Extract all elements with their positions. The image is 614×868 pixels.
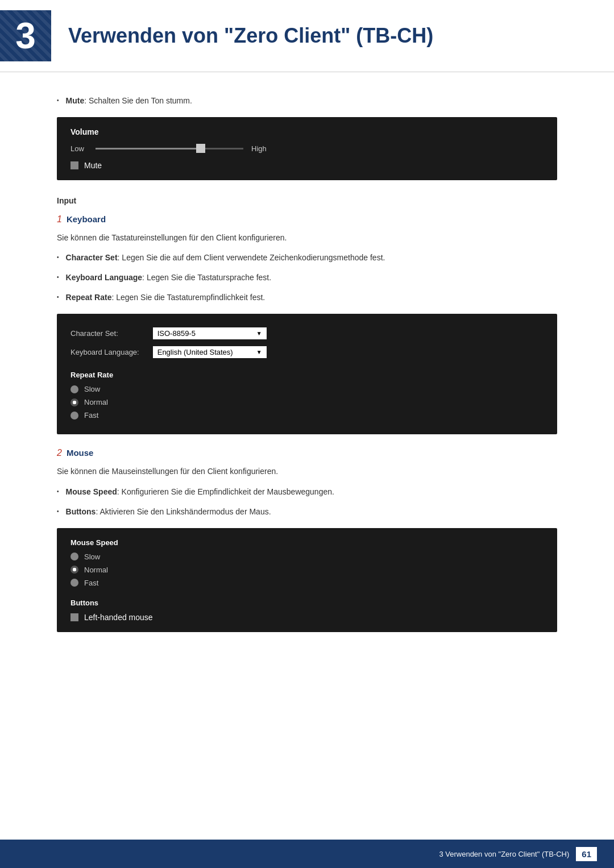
buttons-title: Buttons bbox=[70, 599, 544, 607]
mouse-fast-radio bbox=[70, 579, 78, 587]
volume-slider-track[interactable] bbox=[96, 148, 243, 149]
kb-lang-bold: Keyboard Language bbox=[66, 273, 143, 282]
main-content: • Mute: Schalten Sie den Ton stumm. Volu… bbox=[0, 72, 614, 691]
kb-lang-dropdown[interactable]: English (United States) ▼ bbox=[153, 346, 267, 358]
repeat-rate-title: Repeat Rate bbox=[70, 371, 544, 379]
keyboard-bullet-3: • Repeat Rate: Legen Sie die Tastaturemp… bbox=[57, 292, 557, 304]
mute-bullet-text: Mute: Schalten Sie den Ton stumm. bbox=[66, 95, 192, 107]
kb-lang-suffix: : Legen Sie die Tastatursprache fest. bbox=[142, 273, 271, 282]
mouse-normal-item[interactable]: Normal bbox=[70, 566, 544, 574]
bullet-dot: • bbox=[57, 294, 59, 300]
footer-page-number: 61 bbox=[576, 847, 597, 861]
repeat-fast-label: Fast bbox=[84, 411, 98, 420]
mute-bold-label: Mute bbox=[66, 96, 85, 105]
bullet-dot: • bbox=[57, 508, 59, 514]
repeat-slow-label: Slow bbox=[84, 385, 100, 393]
keyboard-settings-table: Character Set: ISO-8859-5 ▼ Keyboard Lan… bbox=[70, 324, 267, 362]
mute-bullet-suffix: : Schalten Sie den Ton stumm. bbox=[84, 96, 192, 105]
left-handed-label: Left-handed mouse bbox=[84, 613, 153, 622]
repeat-rate-bold: Repeat Rate bbox=[66, 293, 112, 302]
kb-lang-row: Keyboard Language: English (United State… bbox=[70, 343, 267, 362]
volume-slider-fill bbox=[96, 148, 199, 149]
mouse-fast-item[interactable]: Fast bbox=[70, 579, 544, 587]
input-section-header: Input bbox=[57, 196, 557, 205]
mute-bullet: • Mute: Schalten Sie den Ton stumm. bbox=[57, 95, 557, 107]
char-set-suffix: : Legen Sie die auf dem Client verwendet… bbox=[118, 253, 385, 262]
keyboard-bullet-text-3: Repeat Rate: Legen Sie die Tastaturempfi… bbox=[66, 292, 265, 304]
char-set-value: ISO-8859-5 ▼ bbox=[153, 324, 267, 343]
repeat-normal-label: Normal bbox=[84, 398, 108, 406]
bullet-dot: • bbox=[57, 97, 59, 103]
mouse-normal-radio bbox=[70, 566, 78, 574]
char-set-dropdown[interactable]: ISO-8859-5 ▼ bbox=[153, 327, 267, 339]
mouse-bullet-1: • Mouse Speed: Konfigurieren Sie die Emp… bbox=[57, 486, 557, 498]
page-title: Verwenden von "Zero Client" (TB-CH) bbox=[68, 24, 433, 48]
mouse-slow-radio bbox=[70, 553, 78, 560]
mouse-speed-bold: Mouse Speed bbox=[66, 487, 117, 496]
volume-panel-title: Volume bbox=[70, 127, 544, 136]
volume-panel: Volume Low High Mute bbox=[57, 117, 557, 180]
footer-text: 3 Verwenden von "Zero Client" (TB-CH) bbox=[439, 850, 569, 858]
dropdown-arrow-icon: ▼ bbox=[256, 349, 262, 355]
kb-lang-label: Keyboard Language: bbox=[70, 343, 153, 362]
volume-slider-thumb bbox=[196, 144, 205, 153]
repeat-fast-radio bbox=[70, 412, 78, 420]
left-handed-checkbox[interactable] bbox=[70, 613, 78, 621]
char-set-row: Character Set: ISO-8859-5 ▼ bbox=[70, 324, 267, 343]
kb-lang-dropdown-value: English (United States) bbox=[157, 348, 233, 356]
mouse-slow-label: Slow bbox=[84, 553, 100, 561]
bullet-dot: • bbox=[57, 274, 59, 280]
repeat-normal-item[interactable]: Normal bbox=[70, 398, 544, 406]
kb-lang-value: English (United States) ▼ bbox=[153, 343, 267, 362]
mouse-bullet-text-1: Mouse Speed: Konfigurieren Sie die Empfi… bbox=[66, 486, 334, 498]
buttons-bold: Buttons bbox=[66, 507, 96, 516]
keyboard-desc: Sie können die Tastatureinstellungen für… bbox=[57, 231, 557, 244]
page-header: 3 Verwenden von "Zero Client" (TB-CH) bbox=[0, 0, 614, 72]
mouse-desc: Sie können die Mauseinstellungen für den… bbox=[57, 465, 557, 477]
mouse-number: 2 bbox=[57, 448, 62, 458]
mute-checkbox-label: Mute bbox=[84, 161, 102, 170]
mouse-panel: Mouse Speed Slow Normal Fast Buttons Lef… bbox=[57, 528, 557, 632]
keyboard-bullet-1: • Character Set: Legen Sie die auf dem C… bbox=[57, 252, 557, 264]
mouse-heading: Mouse bbox=[67, 448, 94, 458]
repeat-slow-radio bbox=[70, 385, 78, 393]
repeat-slow-item[interactable]: Slow bbox=[70, 385, 544, 393]
bullet-dot: • bbox=[57, 488, 59, 495]
repeat-rate-suffix: : Legen Sie die Tastaturempfindlichkeit … bbox=[111, 293, 265, 302]
char-set-label: Character Set: bbox=[70, 324, 153, 343]
repeat-fast-item[interactable]: Fast bbox=[70, 411, 544, 420]
mouse-speed-suffix: : Konfigurieren Sie die Empfindlichkeit … bbox=[117, 487, 334, 496]
keyboard-bullet-text-1: Character Set: Legen Sie die auf dem Cli… bbox=[66, 252, 385, 264]
bullet-dot: • bbox=[57, 254, 59, 260]
keyboard-panel: Character Set: ISO-8859-5 ▼ Keyboard Lan… bbox=[57, 314, 557, 434]
char-set-bold: Character Set bbox=[66, 253, 118, 262]
mouse-heading-row: 2 Mouse bbox=[57, 448, 557, 458]
page-footer: 3 Verwenden von "Zero Client" (TB-CH) 61 bbox=[0, 840, 614, 868]
char-set-dropdown-value: ISO-8859-5 bbox=[157, 329, 196, 338]
mouse-slow-item[interactable]: Slow bbox=[70, 553, 544, 561]
keyboard-heading: Keyboard bbox=[67, 214, 106, 224]
keyboard-heading-row: 1 Keyboard bbox=[57, 214, 557, 225]
keyboard-number: 1 bbox=[57, 214, 62, 225]
keyboard-bullet-text-2: Keyboard Language: Legen Sie die Tastatu… bbox=[66, 272, 272, 284]
mouse-normal-label: Normal bbox=[84, 566, 108, 574]
repeat-normal-radio bbox=[70, 398, 78, 406]
chapter-number-box: 3 bbox=[0, 10, 51, 61]
mouse-bullet-text-2: Buttons: Aktivieren Sie den Linkshänderm… bbox=[66, 506, 271, 518]
chapter-number: 3 bbox=[15, 18, 36, 54]
mouse-fast-label: Fast bbox=[84, 579, 98, 587]
buttons-suffix: : Aktivieren Sie den Linkshändermodus de… bbox=[96, 507, 271, 516]
mouse-speed-title: Mouse Speed bbox=[70, 538, 544, 547]
volume-high-label: High bbox=[251, 144, 267, 153]
dropdown-arrow-icon: ▼ bbox=[256, 330, 262, 337]
mute-checkbox[interactable] bbox=[70, 161, 78, 169]
volume-low-label: Low bbox=[70, 144, 88, 153]
mute-row: Mute bbox=[70, 161, 544, 170]
mouse-bullet-2: • Buttons: Aktivieren Sie den Linkshände… bbox=[57, 506, 557, 518]
keyboard-bullet-2: • Keyboard Language: Legen Sie die Tasta… bbox=[57, 272, 557, 284]
volume-row: Low High bbox=[70, 144, 544, 153]
left-handed-row: Left-handed mouse bbox=[70, 613, 544, 622]
